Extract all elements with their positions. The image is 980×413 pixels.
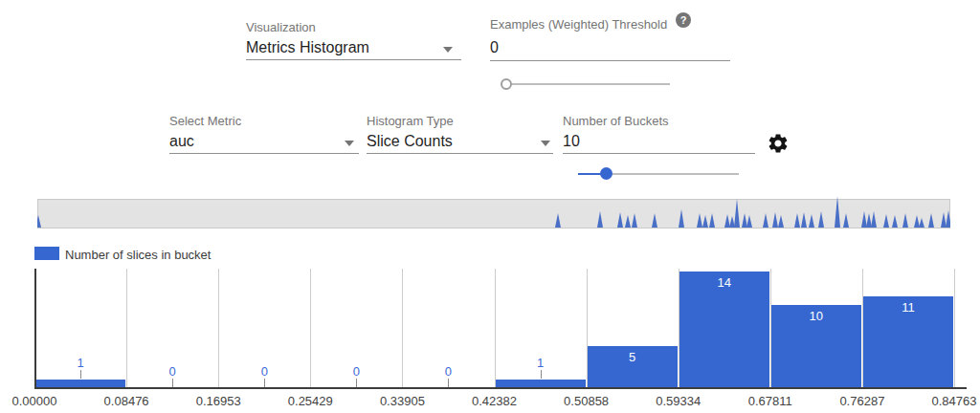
gear-icon xyxy=(767,132,790,155)
legend-swatch xyxy=(34,247,59,260)
histogram-type-select[interactable]: Slice Counts xyxy=(367,133,553,154)
chevron-down-icon xyxy=(443,47,453,53)
num-buckets-underline xyxy=(563,153,755,154)
x-axis-tick-label: 0.25429 xyxy=(279,394,341,408)
x-axis-tick-label: 0.08476 xyxy=(96,394,157,408)
x-axis-tick-label: 0.59334 xyxy=(648,394,709,408)
overview-brush-strip[interactable] xyxy=(37,199,950,228)
bar-value-label: 1 xyxy=(61,356,100,370)
chevron-down-icon xyxy=(345,141,354,146)
x-axis-tick-label: 0.16953 xyxy=(188,394,249,408)
y-axis-line xyxy=(34,269,36,388)
threshold-slider[interactable] xyxy=(501,76,676,92)
bar-value-label: 0 xyxy=(245,364,283,379)
histogram-type-label: Histogram Type xyxy=(367,114,454,128)
visualization-label: Visualization xyxy=(246,20,316,34)
help-icon[interactable]: ? xyxy=(676,12,691,28)
num-buckets-slider-handle[interactable] xyxy=(600,167,612,180)
num-buckets-input[interactable]: 10 xyxy=(563,133,755,150)
threshold-underline xyxy=(490,60,730,61)
bar-label-leader-line xyxy=(172,379,173,387)
bar-label-leader-line xyxy=(448,379,449,387)
histogram-bar[interactable] xyxy=(679,272,769,388)
histogram-type-underline xyxy=(367,153,553,154)
metric-label: Select Metric xyxy=(169,114,241,128)
bar-label-leader-line xyxy=(264,379,265,387)
x-axis-tick-label: 0.50858 xyxy=(556,394,617,408)
histogram-bar[interactable] xyxy=(35,380,125,388)
threshold-slider-track[interactable] xyxy=(506,83,670,85)
metric-value: auc xyxy=(169,133,359,150)
chart-gridline xyxy=(126,269,127,388)
visualization-label-wrap: Visualization xyxy=(246,20,316,34)
num-buckets-slider[interactable] xyxy=(572,166,745,182)
num-buckets-label: Number of Buckets xyxy=(563,114,669,128)
bar-label-leader-line xyxy=(80,370,81,379)
chart-gridline xyxy=(310,269,311,388)
x-axis-tick-label: 0.84763 xyxy=(924,394,980,408)
histogram-bar[interactable] xyxy=(588,346,678,388)
chart-gridline xyxy=(954,269,955,388)
x-axis-tick-label: 0.67811 xyxy=(740,394,801,408)
visualization-select[interactable]: Metrics Histogram xyxy=(246,39,461,60)
chart-gridline xyxy=(402,269,403,388)
threshold-slider-handle[interactable] xyxy=(501,78,512,90)
x-axis-tick-label: 0.00000 xyxy=(4,394,65,408)
histogram-bar[interactable] xyxy=(496,380,586,388)
legend-label: Number of slices in bucket xyxy=(65,248,211,262)
threshold-label: Examples (Weighted) Threshold xyxy=(490,17,667,32)
bar-value-label: 0 xyxy=(153,364,191,379)
chart-gridline xyxy=(495,269,496,388)
chevron-down-icon xyxy=(541,141,550,146)
bar-value-label: 0 xyxy=(337,364,375,379)
settings-button[interactable] xyxy=(767,132,790,155)
threshold-input[interactable]: 0 xyxy=(490,39,730,56)
histogram-type-value: Slice Counts xyxy=(367,133,553,150)
visualization-value: Metrics Histogram xyxy=(246,39,461,56)
metric-underline xyxy=(169,153,359,154)
bar-value-label: 0 xyxy=(429,364,467,379)
bar-value-label: 1 xyxy=(522,356,560,370)
histogram-bar[interactable] xyxy=(771,305,861,388)
x-axis-tick-label: 0.42382 xyxy=(464,394,525,408)
histogram-bar[interactable] xyxy=(863,296,953,388)
x-axis-tick-label: 0.76287 xyxy=(832,394,893,408)
bar-label-leader-line xyxy=(541,370,542,379)
visualization-underline xyxy=(246,59,461,60)
metric-select[interactable]: auc xyxy=(169,133,359,154)
chart-gridline xyxy=(218,269,219,388)
bar-label-leader-line xyxy=(356,379,357,387)
x-axis-tick-label: 0.33905 xyxy=(371,394,433,408)
